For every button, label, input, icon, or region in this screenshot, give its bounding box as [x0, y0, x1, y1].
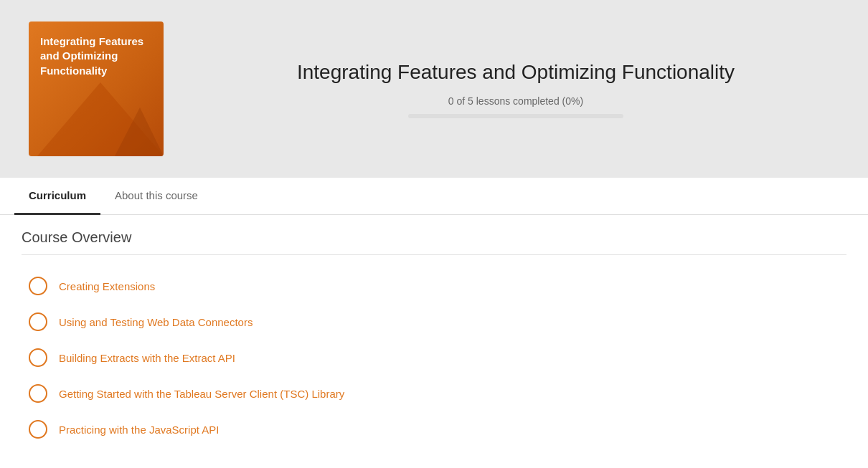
section-divider [22, 254, 846, 255]
list-item[interactable]: Getting Started with the Tableau Server … [22, 376, 846, 411]
lesson-circle-icon [29, 277, 47, 295]
course-info: Integrating Features and Optimizing Func… [192, 59, 839, 118]
lesson-label: Building Extracts with the Extract API [59, 352, 235, 364]
progress-bar-container [408, 114, 623, 118]
content-section: Course Overview Creating ExtensionsUsing… [0, 215, 868, 462]
lesson-circle-icon [29, 312, 47, 331]
list-item[interactable]: Using and Testing Web Data Connectors [22, 304, 846, 340]
course-title: Integrating Features and Optimizing Func… [192, 59, 839, 85]
list-item[interactable]: Creating Extensions [22, 268, 846, 304]
thumbnail-text: Integrating Features and Optimizing Func… [29, 22, 164, 156]
lesson-circle-icon [29, 420, 47, 439]
lesson-circle-icon [29, 384, 47, 403]
course-thumbnail: Integrating Features and Optimizing Func… [29, 22, 164, 156]
list-item[interactable]: Practicing with the JavaScript API [22, 411, 846, 447]
tab-curriculum[interactable]: Curriculum [14, 178, 100, 215]
tab-about[interactable]: About this course [100, 178, 212, 215]
tabs-section: Curriculum About this course [0, 178, 868, 215]
section-title: Course Overview [22, 229, 846, 246]
header-section: Integrating Features and Optimizing Func… [0, 0, 868, 178]
lesson-list: Creating ExtensionsUsing and Testing Web… [22, 268, 846, 447]
progress-label: 0 of 5 lessons completed (0%) [192, 95, 839, 107]
lesson-label: Using and Testing Web Data Connectors [59, 316, 253, 328]
list-item[interactable]: Building Extracts with the Extract API [22, 340, 846, 376]
lesson-label: Getting Started with the Tableau Server … [59, 388, 344, 400]
lesson-label: Creating Extensions [59, 280, 155, 292]
lesson-circle-icon [29, 348, 47, 367]
lesson-label: Practicing with the JavaScript API [59, 424, 219, 436]
